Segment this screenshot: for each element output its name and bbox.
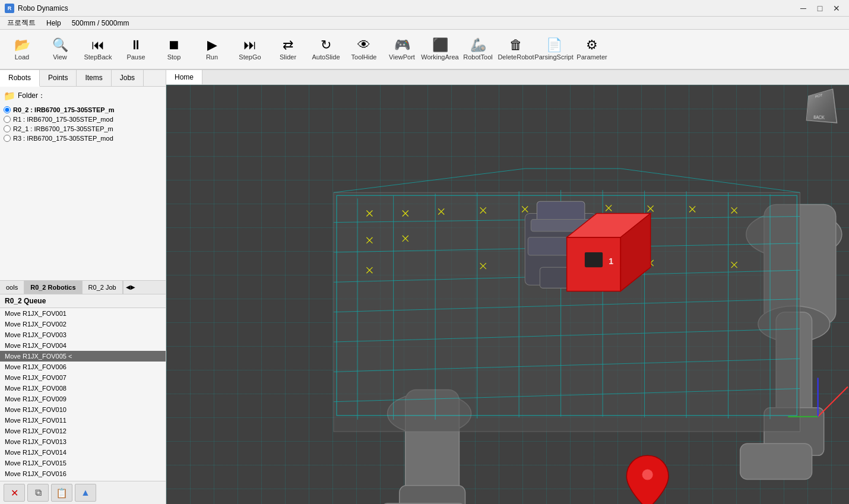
toolbar-btn-stepback[interactable]: ⏮StepBack: [80, 32, 116, 66]
red-cube-svg: [567, 213, 651, 291]
toolbar-btn-load[interactable]: 📂Load: [4, 32, 40, 66]
queue-item-17[interactable]: Move R1JX_FOV017: [0, 479, 166, 481]
toolbar-btn-autoslide[interactable]: ↻AutoSlide: [308, 32, 344, 66]
queue-item-5[interactable]: Move R1JX_FOV005 <: [0, 351, 166, 362]
nav-cube-box: ROT BACK: [806, 88, 838, 123]
svg-line-62: [564, 260, 570, 266]
svg-line-27: [334, 270, 800, 282]
svg-rect-75: [585, 252, 603, 267]
toolbar-btn-view[interactable]: 🔍View: [42, 32, 78, 66]
top-tab-robots[interactable]: Robots: [0, 70, 40, 87]
bottom-tabs: oolsR0_2 RoboticsR0_2 Job◀▶: [0, 280, 166, 294]
queue-item-7[interactable]: Move R1JX_FOV007: [0, 372, 166, 383]
svg-line-42: [522, 206, 528, 212]
robot-radio-R2_1[interactable]: [4, 125, 11, 132]
robot-item-R1[interactable]: R1 : IRB6700_175-305STEP_mod: [4, 115, 162, 124]
bottom-tab-ro_robotics[interactable]: R0_2 Robotics: [24, 281, 82, 294]
right-panel: Home: [166, 70, 849, 504]
svg-point-79: [634, 473, 660, 484]
action-btn-delete[interactable]: ✕: [4, 484, 25, 502]
toolbar-btn-deleterobot[interactable]: 🗑DeleteRobot: [498, 32, 534, 66]
queue-item-10[interactable]: Move R1JX_FOV010: [0, 404, 166, 415]
bottom-tab-scroll-arrow[interactable]: ◀▶: [123, 281, 138, 294]
robottool-icon: 🦾: [470, 39, 486, 52]
toolbar-btn-stepgo[interactable]: ⏭StepGo: [232, 32, 268, 66]
stop-icon: ⏹: [167, 39, 180, 52]
robot-radio-R1[interactable]: [4, 116, 11, 123]
queue-item-2[interactable]: Move R1JX_FOV002: [0, 319, 166, 329]
location-pin: [626, 455, 668, 504]
titlebar-left: R Robo Dynamics: [5, 4, 68, 13]
queue-item-4[interactable]: Move R1JX_FOV004: [0, 340, 166, 351]
robot-radio-R3[interactable]: [4, 135, 11, 142]
svg-line-12: [620, 169, 800, 192]
svg-line-55: [403, 236, 408, 242]
menu-item-500mm---5000mm[interactable]: 500mm / 5000mm: [67, 18, 134, 28]
robot-item-R3[interactable]: R3 : IRB6700_175-305STEP_mod: [4, 134, 162, 143]
svg-line-44: [564, 205, 570, 211]
svg-line-34: [366, 210, 372, 216]
toolbar-btn-slider[interactable]: ⇄Slider: [270, 32, 306, 66]
bottom-tab-ro_job[interactable]: R0_2 Job: [83, 281, 123, 294]
stop-label: Stop: [167, 53, 181, 61]
svg-point-80: [642, 469, 653, 480]
menu-item-help[interactable]: Help: [42, 18, 66, 28]
svg-line-37: [438, 208, 444, 214]
queue-list[interactable]: Move R1JX_FOV001Move R1JX_FOV002Move R1J…: [0, 308, 166, 481]
parameter-label: Parameter: [576, 53, 607, 61]
top-tab-points[interactable]: Points: [40, 70, 77, 86]
queue-item-11[interactable]: Move R1JX_FOV011: [0, 415, 166, 426]
queue-item-3[interactable]: Move R1JX_FOV003: [0, 329, 166, 340]
toolbar-btn-workingarea[interactable]: ⬛WorkingArea: [422, 32, 458, 66]
queue-item-8[interactable]: Move R1JX_FOV008: [0, 383, 166, 394]
toolbar-btn-toolhide[interactable]: 👁ToolHide: [346, 32, 382, 66]
robot-item-R2_1[interactable]: R2_1 : IRB6700_175-305STEP_m: [4, 124, 162, 134]
svg-line-49: [689, 206, 695, 212]
toolbar-btn-pause[interactable]: ⏸Pause: [118, 32, 154, 66]
action-btn-copy[interactable]: ⧉: [27, 484, 49, 502]
queue-item-12[interactable]: Move R1JX_FOV012: [0, 426, 166, 436]
toolbar-btn-stop[interactable]: ⏹Stop: [156, 32, 192, 66]
toolbar-btn-parameter[interactable]: ⚙Parameter: [574, 32, 610, 66]
navigation-cube[interactable]: ROT BACK: [804, 91, 840, 126]
svg-line-40: [480, 207, 486, 213]
folder-label-text: Folder：: [18, 91, 45, 101]
top-tab-items[interactable]: Items: [77, 70, 111, 86]
stepgo-icon: ⏭: [243, 39, 256, 52]
robot-radio-R0_2[interactable]: [4, 106, 11, 113]
robot-item-R0_2[interactable]: R0_2 : IRB6700_175-305STEP_m: [4, 105, 162, 115]
queue-item-13[interactable]: Move R1JX_FOV013: [0, 436, 166, 447]
svg-line-54: [366, 237, 372, 243]
viewport[interactable]: 1 ROT BACK: [166, 85, 849, 504]
top-tab-jobs[interactable]: Jobs: [112, 70, 144, 86]
svg-line-26: [334, 243, 800, 252]
toolbar-btn-robottool[interactable]: 🦾RobotTool: [460, 32, 496, 66]
action-btn-paste[interactable]: 📋: [51, 484, 72, 502]
toolbar-btn-viewport[interactable]: 🎮ViewPort: [384, 32, 420, 66]
toolbar-btn-parsingscript[interactable]: 📄ParsingScript: [536, 32, 572, 66]
svg-line-39: [480, 207, 486, 213]
toolbar-btn-run[interactable]: ▶Run: [194, 32, 230, 66]
action-btn-up[interactable]: ▲: [75, 484, 96, 502]
stepback-label: StepBack: [84, 53, 112, 61]
svg-line-36: [403, 210, 408, 216]
queue-item-14[interactable]: Move R1JX_FOV014: [0, 447, 166, 458]
queue-item-1[interactable]: Move R1JX_FOV001: [0, 308, 166, 319]
queue-item-9[interactable]: Move R1JX_FOV009: [0, 394, 166, 404]
left-panel: RobotsPointsItemsJobs 📁 Folder： R0_2 : I…: [0, 70, 166, 504]
viewport-tab-home[interactable]: Home: [166, 70, 202, 84]
svg-line-65: [731, 262, 737, 268]
autoslide-icon: ↻: [321, 39, 331, 52]
queue-item-6[interactable]: Move R1JX_FOV006: [0, 362, 166, 372]
svg-line-66: [731, 262, 737, 268]
minimize-button[interactable]: ─: [796, 2, 811, 14]
close-button[interactable]: ✕: [829, 2, 844, 14]
svg-line-46: [606, 205, 612, 211]
bottom-tab-tools[interactable]: ools: [0, 281, 24, 294]
queue-item-15[interactable]: Move R1JX_FOV015: [0, 458, 166, 468]
scene-background: 1 ROT BACK: [166, 85, 849, 504]
maximize-button[interactable]: □: [812, 2, 828, 14]
svg-marker-73: [567, 213, 651, 237]
menu-item-----[interactable]: 프로젝트: [2, 17, 40, 29]
queue-item-16[interactable]: Move R1JX_FOV016: [0, 468, 166, 479]
